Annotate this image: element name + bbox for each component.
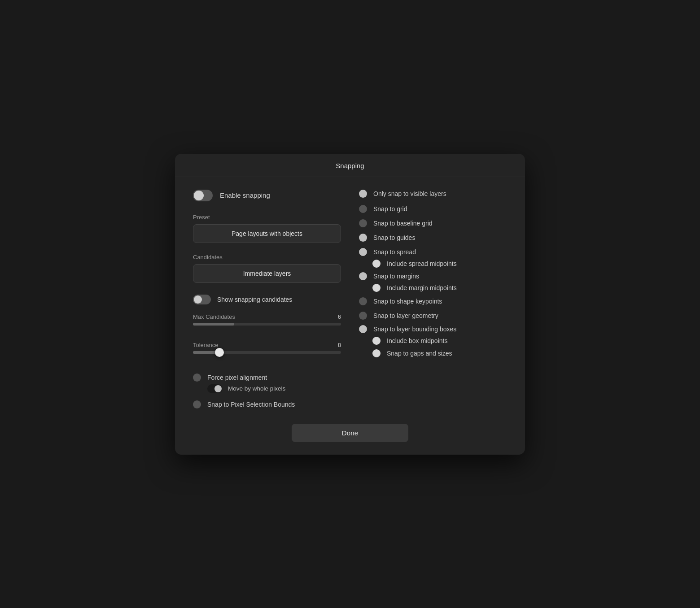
include-box-midpoints-dot[interactable] (372, 337, 381, 345)
max-candidates-fill (193, 323, 234, 326)
candidates-label: Candidates (193, 254, 341, 261)
max-candidates-header: Max Candidates 6 (193, 313, 341, 320)
snap-guides-dot[interactable] (359, 234, 367, 242)
snap-shape-keypoints-label: Snap to shape keypoints (373, 298, 442, 305)
tolerance-knob (215, 348, 224, 357)
include-margin-midpoints-row: Include margin midpoints (372, 284, 507, 292)
show-candidates-toggle[interactable] (193, 295, 211, 304)
snap-margins-dot[interactable] (359, 272, 367, 280)
force-pixel-label: Force pixel alignment (207, 374, 267, 381)
preset-button[interactable]: Page layouts with objects (193, 224, 341, 243)
left-column: Enable snapping Preset Page layouts with… (193, 190, 341, 413)
tolerance-value: 8 (338, 342, 341, 348)
snap-spread-row: Snap to spread (359, 248, 507, 256)
snap-layer-geometry-label: Snap to layer geometry (373, 312, 438, 319)
include-spread-midpoints-dot[interactable] (372, 260, 381, 268)
move-whole-pixels-knob (214, 385, 222, 392)
enable-snapping-toggle[interactable] (193, 190, 213, 201)
right-column: Only snap to visible layers Snap to grid… (359, 190, 507, 413)
max-candidates-label: Max Candidates (193, 313, 235, 320)
done-button[interactable]: Done (292, 424, 408, 442)
snap-spread-label: Snap to spread (373, 248, 416, 256)
max-candidates-value: 6 (338, 313, 341, 320)
snap-shape-keypoints-row: Snap to shape keypoints (359, 297, 507, 305)
snap-guides-row: Snap to guides (359, 234, 507, 242)
only-visible-label: Only snap to visible layers (373, 190, 446, 197)
only-visible-dot[interactable] (359, 190, 367, 198)
enable-snapping-row: Enable snapping (193, 190, 341, 201)
snap-layer-geometry-dot[interactable] (359, 312, 367, 320)
snap-layer-bounding-label: Snap to layer bounding boxes (373, 326, 456, 333)
snap-margins-row: Snap to margins (359, 272, 507, 280)
include-box-midpoints-label: Include box midpoints (387, 337, 447, 344)
enable-snapping-label: Enable snapping (220, 191, 270, 199)
snap-pixel-selection-row: Snap to Pixel Selection Bounds (193, 400, 341, 408)
snap-grid-dot[interactable] (359, 205, 367, 213)
dialog-body: Enable snapping Preset Page layouts with… (175, 177, 525, 424)
show-candidates-knob (194, 295, 202, 304)
include-spread-midpoints-row: Include spread midpoints (372, 260, 507, 268)
show-candidates-row: Show snapping candidates (193, 295, 341, 304)
move-whole-pixels-row: Move by whole pixels (207, 384, 341, 393)
force-pixel-dot[interactable] (193, 373, 201, 382)
snap-grid-row: Snap to grid (359, 205, 507, 213)
tolerance-label: Tolerance (193, 342, 218, 348)
dialog-title: Snapping (175, 154, 525, 177)
snap-baseline-label: Snap to baseline grid (373, 220, 433, 227)
move-whole-pixels-toggle[interactable] (207, 384, 223, 393)
snap-gaps-label: Snap to gaps and sizes (387, 350, 452, 357)
candidates-button[interactable]: Immediate layers (193, 264, 341, 283)
include-box-midpoints-row: Include box midpoints (372, 337, 507, 345)
snap-spread-dot[interactable] (359, 248, 367, 256)
tolerance-header: Tolerance 8 (193, 342, 341, 348)
show-candidates-track (193, 295, 211, 304)
dialog-footer: Done (175, 424, 525, 455)
snap-guides-label: Snap to guides (373, 234, 415, 241)
include-spread-midpoints-label: Include spread midpoints (387, 260, 457, 267)
snap-layer-geometry-row: Snap to layer geometry (359, 312, 507, 320)
snap-pixel-selection-dot[interactable] (193, 400, 201, 408)
snap-layer-bounding-row: Snap to layer bounding boxes (359, 325, 507, 333)
enable-snapping-knob (194, 191, 204, 200)
max-candidates-section: Max Candidates 6 (193, 313, 341, 326)
snapping-dialog: Snapping Enable snapping Preset Page lay… (175, 154, 525, 455)
snap-layer-bounding-dot[interactable] (359, 325, 367, 333)
max-candidates-slider[interactable] (193, 323, 341, 326)
snap-gaps-dot[interactable] (372, 349, 381, 357)
include-margin-midpoints-dot[interactable] (372, 284, 381, 292)
include-margin-midpoints-label: Include margin midpoints (387, 284, 457, 291)
show-candidates-label: Show snapping candidates (217, 296, 292, 303)
snap-gaps-row: Snap to gaps and sizes (372, 349, 507, 357)
snap-baseline-row: Snap to baseline grid (359, 219, 507, 227)
snap-pixel-selection-label: Snap to Pixel Selection Bounds (207, 401, 295, 408)
preset-label: Preset (193, 214, 341, 221)
move-whole-pixels-label: Move by whole pixels (228, 385, 285, 392)
force-pixel-row: Force pixel alignment (193, 373, 341, 382)
tolerance-section: Tolerance 8 (193, 342, 341, 354)
snap-margins-label: Snap to margins (373, 273, 419, 280)
snap-shape-keypoints-dot[interactable] (359, 297, 367, 305)
snap-baseline-dot[interactable] (359, 219, 367, 227)
snap-grid-label: Snap to grid (373, 205, 407, 213)
tolerance-slider[interactable] (193, 351, 341, 354)
only-visible-row: Only snap to visible layers (359, 190, 507, 198)
